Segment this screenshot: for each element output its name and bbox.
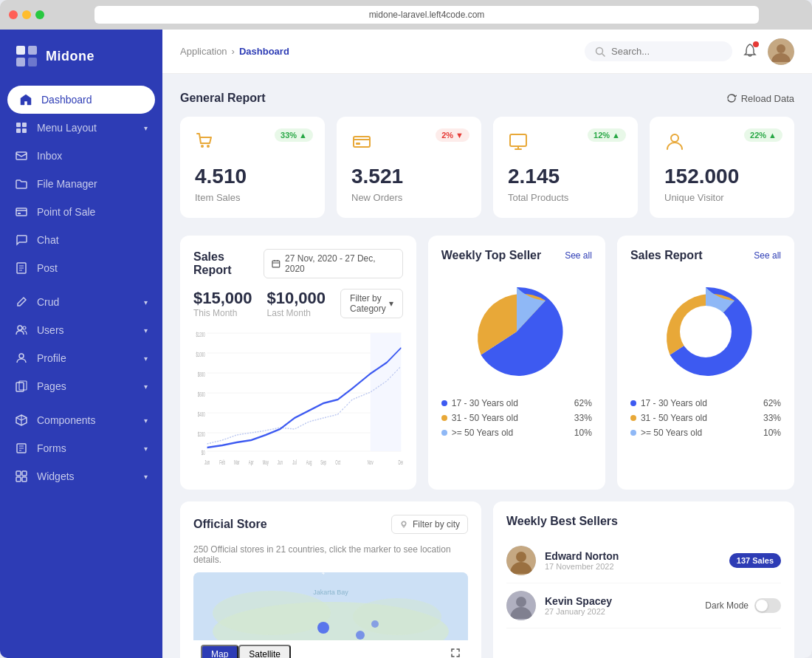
sidebar-item-pos[interactable]: Point of Sale: [0, 198, 162, 226]
seller-name-edward: Edward Norton: [545, 550, 619, 562]
donut-legend-dot-3: [630, 430, 636, 436]
svg-rect-2: [16, 58, 25, 66]
search-input[interactable]: [611, 46, 715, 57]
sidebar-item-pages[interactable]: Pages ▾: [0, 372, 162, 400]
seller-avatar-edward: [506, 546, 536, 575]
legend-dot-2: [441, 415, 447, 421]
sidebar-item-dashboard[interactable]: Dashboard: [7, 86, 155, 114]
minimize-dot[interactable]: [22, 10, 31, 19]
svg-point-75: [516, 597, 526, 607]
dark-mode-toggle[interactable]: Dark Mode: [705, 598, 781, 613]
sidebar-logo: Midone: [0, 44, 162, 86]
url-text: midone-laravel.left4code.com: [369, 10, 485, 20]
svg-text:Sep: Sep: [320, 459, 326, 466]
svg-rect-3: [28, 58, 37, 66]
svg-point-68: [356, 631, 365, 640]
weekly-top-seller-see-all[interactable]: See all: [565, 250, 592, 261]
last-month-amount: $10,000: [267, 289, 326, 308]
donut-legend-item-3: >= 50 Years old 10%: [630, 428, 781, 438]
pages-icon: [15, 380, 28, 393]
map-tab[interactable]: Map: [201, 645, 238, 658]
home-icon: [19, 93, 32, 106]
seller-name-kevin: Kevin Spacey: [545, 595, 612, 607]
best-sellers-header: Weekly Best Sellers: [506, 515, 781, 528]
svg-point-30: [671, 134, 678, 142]
map-toolbar: Map Satellite: [193, 640, 468, 658]
sidebar-item-chat[interactable]: Chat: [0, 226, 162, 254]
date-range[interactable]: 27 Nov, 2020 - 27 Dec, 2020: [264, 249, 402, 278]
breadcrumb: Application › Dashboard: [180, 46, 289, 57]
chevron-down-icon: ▾: [144, 473, 148, 481]
folder-icon: [15, 177, 28, 191]
filter-city-label: Filter by city: [413, 519, 460, 530]
map-area[interactable]: Jakarta Bay 4 Tangerang Rengasdengk: [193, 572, 468, 658]
svg-rect-31: [272, 261, 280, 267]
content-area: General Report Reload Data: [162, 74, 812, 658]
svg-rect-29: [510, 134, 526, 146]
filter-category-button[interactable]: Filter by Category ▾: [340, 289, 403, 318]
chevron-down-icon: ▾: [144, 326, 148, 335]
stat-value-unique-visitor: 152.000: [664, 164, 780, 189]
chevron-down-icon: ▾: [144, 445, 148, 453]
sales-report-card: Sales Report 27 Nov, 2020 - 27 Dec, 2020: [180, 236, 416, 490]
seller-avatar-kevin: [506, 591, 536, 620]
stat-card-item-sales: 33% ▲ 4.510 Item Sales: [180, 117, 325, 218]
sidebar-item-components[interactable]: Components ▾: [0, 406, 162, 434]
topbar: Application › Dashboard: [162, 30, 812, 74]
sidebar-item-profile[interactable]: Profile ▾: [0, 344, 162, 372]
this-month-amount: $15,000: [193, 289, 252, 308]
search-bar[interactable]: [585, 41, 732, 61]
svg-text:Dec: Dec: [398, 459, 402, 466]
sales-report-right-header: Sales Report See all: [630, 249, 781, 262]
filter-by-city[interactable]: Filter by city: [391, 515, 468, 534]
sidebar-item-label: Post: [37, 262, 58, 274]
notification-bell[interactable]: [743, 43, 757, 61]
sidebar-item-forms[interactable]: Forms ▾: [0, 434, 162, 462]
chevron-down-icon: ▾: [389, 298, 393, 309]
svg-text:$200: $200: [198, 431, 205, 438]
svg-text:$1200: $1200: [196, 331, 204, 338]
form-icon: [15, 442, 28, 455]
toggle-thumb: [756, 600, 768, 611]
sidebar-item-crud[interactable]: Crud ▾: [0, 288, 162, 316]
svg-text:Jan: Jan: [204, 459, 210, 466]
donut-legend-item-2: 31 - 50 Years old 33%: [630, 413, 781, 423]
svg-point-14: [19, 354, 24, 358]
svg-point-63: [213, 591, 331, 635]
sidebar-item-label: File Manager: [37, 178, 97, 190]
address-bar: midone-laravel.left4code.com: [94, 6, 759, 24]
sidebar-item-widgets[interactable]: Widgets ▾: [0, 462, 162, 490]
weekly-best-sellers-card: Weekly Best Sellers: [493, 501, 794, 658]
map-expand-button[interactable]: [450, 648, 461, 658]
satellite-tab[interactable]: Satellite: [238, 645, 291, 658]
breadcrumb-parent: Application: [180, 46, 227, 57]
reload-label: Reload Data: [741, 93, 794, 104]
sidebar: Midone Dashboard: [0, 30, 162, 658]
stat-badge-total-products: 12% ▲: [588, 128, 626, 142]
chart-meta: $15,000 This Month $10,000 Last Month Fi…: [193, 289, 403, 318]
notification-badge: [753, 41, 759, 47]
sidebar-item-users[interactable]: Users ▾: [0, 316, 162, 344]
sidebar-item-label: Menu Layout: [37, 122, 97, 134]
stat-value-item-sales: 4.510: [195, 164, 310, 189]
svg-rect-7: [22, 128, 27, 133]
svg-point-73: [516, 552, 526, 562]
sidebar-item-label: Components: [37, 414, 95, 426]
sidebar-item-post[interactable]: Post: [0, 254, 162, 282]
maximize-dot[interactable]: [35, 10, 44, 19]
svg-rect-10: [18, 213, 21, 214]
sidebar-item-file-manager[interactable]: File Manager: [0, 170, 162, 198]
widget-icon: [15, 470, 28, 483]
reload-button[interactable]: Reload Data: [726, 93, 794, 104]
close-dot[interactable]: [9, 10, 18, 19]
sales-report-right-see-all[interactable]: See all: [754, 250, 781, 261]
weekly-top-seller-title: Weekly Top Seller: [441, 249, 541, 262]
general-report-header: General Report Reload Data: [180, 92, 794, 105]
seller-item-kevin: Kevin Spacey 27 January 2022 Dark Mode: [506, 583, 781, 628]
user-avatar[interactable]: [768, 38, 794, 65]
sidebar-item-menu-layout[interactable]: Menu Layout ▾: [0, 114, 162, 142]
chevron-down-icon: ▾: [144, 417, 148, 425]
toggle-track[interactable]: [754, 598, 781, 613]
sidebar-item-inbox[interactable]: Inbox: [0, 142, 162, 170]
best-sellers-title: Weekly Best Sellers: [506, 515, 618, 528]
